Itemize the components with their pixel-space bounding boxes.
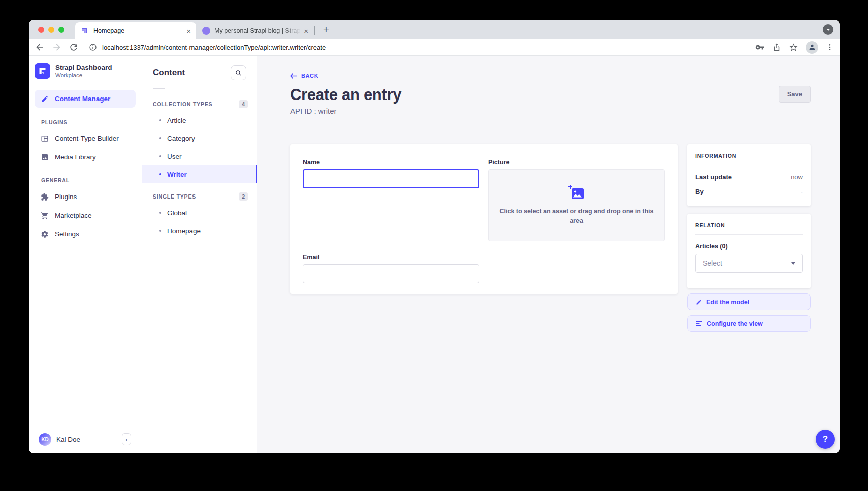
articles-relation-label: Articles (0) [695,243,803,250]
meta-sidebar: INFORMATION Last update now By - RELATIO… [687,144,811,332]
section-title-collection-types: COLLECTION TYPES [153,101,212,107]
sidebar-item-media-library[interactable]: Media Library [35,148,136,166]
name-field-group: Name [303,159,479,188]
bullet-icon [159,155,161,157]
configure-view-label: Configure the view [707,320,763,327]
forward-icon[interactable] [52,42,62,52]
pen-icon [41,95,49,103]
main-content: BACK Create an entry Save API ID : write… [257,56,840,453]
entry-form-card: Name Picture [290,144,678,294]
help-button[interactable]: ? [816,430,835,449]
bookmark-star-icon[interactable] [789,43,798,52]
strapi-favicon-icon [81,27,89,35]
browser-tab-strapi-blog[interactable]: My personal Strapi blog | Strap × [196,22,313,39]
nav-item-label: Category [167,135,195,142]
sidebar-item-label: Media Library [55,153,96,161]
browser-window: Homepage × My personal Strapi blog | Str… [29,20,840,453]
picture-label: Picture [488,159,665,166]
upload-hint-text: Click to select an asset or drag and dro… [499,207,654,226]
sidebar-item-content-type-builder[interactable]: Content-Type Builder [35,130,136,147]
close-window-button[interactable] [38,27,44,33]
password-key-icon[interactable] [755,43,764,52]
image-icon [41,153,49,161]
collapse-sidebar-button[interactable]: ‹ [122,433,131,445]
select-placeholder: Select [703,259,722,267]
new-tab-button[interactable]: + [320,23,333,35]
bullet-icon [159,137,161,139]
sidebar-item-content-manager[interactable]: Content Manager [35,90,136,108]
bullet-icon [159,230,161,232]
collection-types-count-badge: 4 [239,100,248,108]
page-info-icon[interactable] [89,43,97,51]
email-input[interactable] [303,264,479,283]
sidebar-item-marketplace[interactable]: Marketplace [35,207,136,224]
panel-divider [695,165,803,165]
nav-item-user[interactable]: User [142,147,257,165]
layout-icon [41,135,49,143]
sidebar-section-title: GENERAL [29,166,142,187]
omnibox[interactable]: localhost:1337/admin/content-manager/col… [89,43,755,51]
cart-icon [41,212,49,220]
main-sidebar: Strapi Dashboard Workplace Content Manag… [29,56,142,453]
information-panel: INFORMATION Last update now By - [687,144,811,206]
picture-upload-dropzone[interactable]: Click to select an asset or drag and dro… [488,169,665,241]
sidebar-divider [29,86,142,86]
workspace-title: Strapi Dashboard [55,64,112,72]
articles-select[interactable]: Select [695,254,803,273]
strapi-logo-icon [35,63,50,79]
nav-item-label: Writer [167,171,187,178]
back-label: BACK [301,73,318,79]
last-update-row: Last update now [695,173,803,181]
search-icon [235,70,242,76]
sidebar-item-plugins[interactable]: Plugins [35,188,136,206]
nav-item-writer[interactable]: Writer [142,165,257,183]
nav-item-label: Article [167,117,186,124]
bullet-icon [159,119,161,121]
tab-search-button[interactable] [823,24,833,35]
name-input[interactable] [303,169,479,188]
gear-icon [41,230,49,238]
nav-item-category[interactable]: Category [142,129,257,147]
close-tab-icon[interactable]: × [304,27,308,35]
arrow-left-icon [290,73,297,79]
browser-tabbar: Homepage × My personal Strapi blog | Str… [29,20,840,39]
url-text: localhost:1337/admin/content-manager/col… [102,44,326,51]
sidebar-item-label: Content-Type Builder [55,135,119,142]
puzzle-icon [41,193,49,201]
nav-item-global[interactable]: Global [142,204,257,222]
last-update-label: Last update [695,173,732,181]
browser-menu-icon[interactable] [826,43,834,51]
chevron-down-icon [826,27,831,32]
nav-item-article[interactable]: Article [142,111,257,129]
single-types-count-badge: 2 [239,192,248,201]
workspace-brand[interactable]: Strapi Dashboard Workplace [29,56,142,86]
information-title: INFORMATION [695,153,803,159]
share-icon[interactable] [772,43,781,52]
minimize-window-button[interactable] [48,27,54,33]
save-button[interactable]: Save [779,86,811,103]
subnav-title: Content [153,68,185,78]
user-avatar[interactable]: KD [39,433,51,446]
configure-view-button[interactable]: Configure the view [687,315,811,332]
email-label: Email [303,254,479,261]
close-tab-icon[interactable]: × [186,27,191,35]
bullet-icon [159,212,161,214]
strapi-admin-app: Strapi Dashboard Workplace Content Manag… [29,56,840,453]
sidebar-item-settings[interactable]: Settings [35,225,136,243]
back-icon[interactable] [35,42,45,52]
browser-profile-avatar[interactable] [806,41,818,54]
reload-icon[interactable] [69,42,79,52]
nav-item-label: User [167,153,182,160]
browser-tab-homepage[interactable]: Homepage × [75,22,196,39]
nav-item-homepage[interactable]: Homepage [142,222,257,240]
search-button[interactable] [231,65,246,80]
back-link[interactable]: BACK [290,73,318,79]
zoom-window-button[interactable] [58,27,64,33]
by-label: By [695,188,704,195]
workspace-subtitle: Workplace [55,72,112,78]
edit-model-button[interactable]: Edit the model [687,293,811,310]
tab-title: My personal Strapi blog | Strap [214,27,301,34]
tab-title: Homepage [93,27,183,34]
email-field-group: Email [303,254,479,283]
sidebar-item-label: Plugins [55,193,77,201]
